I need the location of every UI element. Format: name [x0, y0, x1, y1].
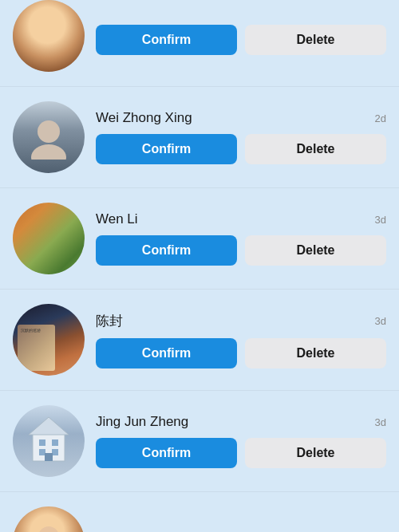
contact-time: 3d — [375, 315, 386, 327]
item-actions: Confirm Delete — [96, 235, 386, 266]
avatar — [13, 0, 85, 72]
confirm-button[interactable]: Confirm — [96, 338, 237, 368]
confirm-button[interactable]: Confirm — [96, 25, 237, 55]
item-actions: Confirm Delete — [96, 438, 386, 468]
building-icon — [17, 409, 81, 473]
avatar — [13, 101, 85, 173]
svg-rect-7 — [45, 453, 53, 461]
item-content: Jing Jun Zheng 3d Confirm Delete — [96, 414, 386, 468]
avatar — [13, 203, 85, 274]
avatar-image — [13, 506, 85, 532]
item-header: Wen Li 3d — [96, 211, 386, 227]
avatar-silhouette — [27, 116, 71, 160]
svg-marker-8 — [29, 417, 69, 435]
list-item: Wei Zhong Xing 2d Confirm Delete — [0, 87, 399, 188]
confirm-button[interactable]: Confirm — [96, 438, 237, 468]
confirm-button[interactable]: Confirm — [96, 235, 237, 266]
list-item: 李明杰 3d — [0, 492, 399, 532]
list-item: Wen Li 3d Confirm Delete — [0, 188, 399, 290]
avatar-image — [13, 203, 85, 274]
avatar: 沉默的巡游 — [13, 304, 85, 376]
delete-button[interactable]: Delete — [245, 438, 386, 468]
contact-time: 3d — [375, 214, 386, 226]
contact-name: Wei Zhong Xing — [96, 110, 192, 126]
contacts-list: Confirm Delete Wei Zhong Xing 2d Confirm… — [0, 0, 399, 532]
list-item: 沉默的巡游 陈封 3d Confirm Delete — [0, 290, 399, 391]
delete-button[interactable]: Delete — [245, 134, 386, 164]
item-actions: Confirm Delete — [96, 338, 386, 368]
svg-point-1 — [31, 144, 66, 160]
list-item: Confirm Delete — [0, 0, 399, 87]
item-header: 陈封 3d — [96, 312, 386, 330]
svg-rect-6 — [52, 449, 58, 455]
delete-button[interactable]: Delete — [245, 338, 386, 368]
svg-rect-4 — [52, 439, 58, 446]
contact-name: 陈封 — [96, 312, 123, 330]
item-content: Wen Li 3d Confirm Delete — [96, 211, 386, 266]
item-header: Jing Jun Zheng 3d — [96, 414, 386, 430]
item-actions: Confirm Delete — [96, 25, 386, 55]
confirm-button[interactable]: Confirm — [96, 134, 237, 164]
contact-name: Wen Li — [96, 211, 138, 227]
svg-point-9 — [38, 526, 59, 533]
avatar-silhouette — [27, 521, 71, 533]
avatar-image — [13, 101, 85, 173]
svg-point-0 — [38, 120, 60, 143]
svg-rect-5 — [39, 449, 45, 455]
contact-time: 2d — [375, 112, 386, 124]
avatar-image — [13, 0, 85, 72]
contact-time: 3d — [375, 416, 386, 428]
avatar — [13, 405, 85, 477]
item-actions: Confirm Delete — [96, 134, 386, 164]
avatar — [13, 506, 85, 532]
item-content: Wei Zhong Xing 2d Confirm Delete — [96, 110, 386, 164]
avatar-image: 沉默的巡游 — [13, 304, 85, 376]
svg-rect-3 — [39, 439, 45, 446]
item-content: 陈封 3d Confirm Delete — [96, 312, 386, 368]
contact-name: Jing Jun Zheng — [96, 414, 188, 430]
item-content: Confirm Delete — [96, 17, 386, 55]
delete-button[interactable]: Delete — [245, 25, 386, 55]
avatar-image — [13, 405, 85, 477]
delete-button[interactable]: Delete — [245, 235, 386, 266]
list-item: Jing Jun Zheng 3d Confirm Delete — [0, 391, 399, 492]
item-header: Wei Zhong Xing 2d — [96, 110, 386, 126]
